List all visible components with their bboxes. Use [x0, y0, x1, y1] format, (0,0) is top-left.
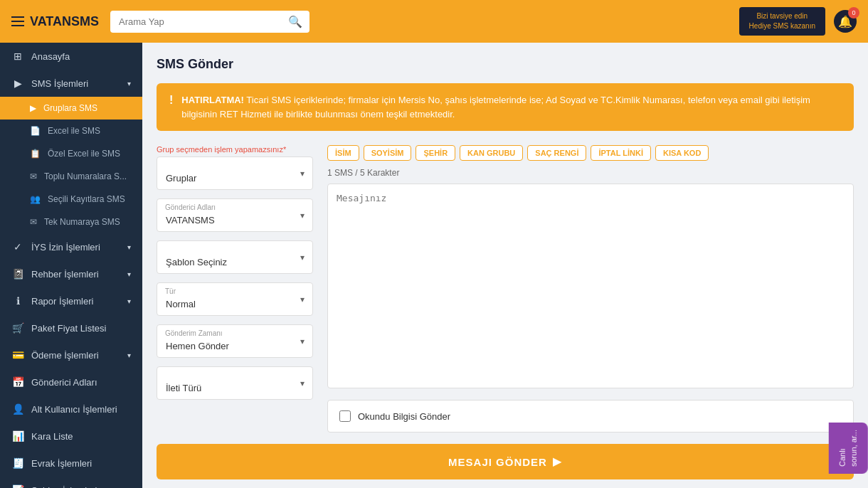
- page-title: SMS Gönder: [157, 57, 854, 72]
- sender-select[interactable]: VATANSMS: [157, 198, 313, 232]
- sidebar-item-alt-kullanici[interactable]: 👤 Alt Kullanıcı İşlemleri: [0, 396, 142, 423]
- message-type-select-group: İleti Türü ▾: [157, 366, 313, 400]
- tag-sac-rengi[interactable]: SAÇ RENGİ: [527, 145, 586, 161]
- sidebar-item-anasayfa[interactable]: ⊞ Anasayfa: [0, 43, 142, 70]
- message-type-select[interactable]: İleti Türü: [157, 366, 313, 400]
- receipt-icon: 🧾: [11, 457, 24, 469]
- sidebar-item-gruplara-sms[interactable]: ▶ Gruplara SMS: [0, 97, 142, 120]
- navbar: VATANSMS 🔍 Bizi tavsiye edin Hediye SMS …: [0, 0, 868, 43]
- tag-kan-grubu[interactable]: KAN GRUBU: [460, 145, 523, 161]
- chevron-down-icon: ▾: [127, 270, 131, 278]
- alert-body: Ticari SMS içeriklerinde; firmalar için …: [181, 95, 810, 120]
- mail-single-icon: ✉: [30, 217, 37, 227]
- chevron-down-icon: ▾: [127, 243, 131, 251]
- brand-name: VATANSMS: [30, 14, 99, 29]
- chevron-down-icon: ▾: [127, 80, 131, 87]
- notification-button[interactable]: 🔔 0: [834, 10, 857, 33]
- sidebar-item-rapor[interactable]: ℹ Rapor İşlemleri ▾: [0, 287, 142, 314]
- sidebar-label: Kara Liste: [31, 431, 73, 442]
- content-area: SMS Gönder ! HATIRLATMA! Ticari SMS içer…: [142, 43, 868, 488]
- tag-kisa-kod[interactable]: KISA KOD: [655, 145, 709, 161]
- sms-count: 1 SMS / 5 Karakter: [327, 168, 854, 178]
- send-time-select-group: Gönderim Zamanı Hemen Gönder ▾: [157, 324, 313, 358]
- form-left: Grup seçmeden işlem yapamazsınız* Grupla…: [157, 145, 313, 433]
- search-input[interactable]: [110, 11, 309, 33]
- tag-soyisim[interactable]: SOYİSİM: [364, 145, 412, 161]
- cart-icon: 🛒: [11, 322, 24, 334]
- template-select-group: Şablon Seçiniz ▾: [157, 240, 313, 274]
- sidebar-item-tek-numara[interactable]: ✉ Tek Numaraya SMS: [0, 211, 142, 233]
- send-button-label: MESAJI GÖNDER: [448, 456, 547, 468]
- tag-row: İSİM SOYİSİM ŞEHİR KAN GRUBU SAÇ RENGİ İ…: [327, 145, 854, 161]
- sender-select-group: Gönderici Adları VATANSMS ▾: [157, 198, 313, 232]
- book-icon: 📓: [11, 268, 24, 280]
- users-icon: 👥: [30, 194, 41, 204]
- chevron-down-icon: ▾: [127, 297, 131, 305]
- tag-isim[interactable]: İSİM: [327, 145, 359, 161]
- live-chat-label: Canlısorun, ar...: [838, 430, 857, 467]
- sidebar-item-toplu-numaralar[interactable]: ✉ Toplu Numaralara S...: [0, 165, 142, 188]
- okundu-label: Okundu Bilgisi Gönder: [358, 411, 450, 422]
- alert-box: ! HATIRLATMA! Ticari SMS içeriklerinde; …: [157, 83, 854, 131]
- calendar-icon: 📅: [11, 376, 24, 388]
- okundu-checkbox-row[interactable]: Okundu Bilgisi Gönder: [327, 400, 854, 433]
- sidebar-label: Şablon İşlemleri: [31, 485, 97, 489]
- main-layout: ⊞ Anasayfa ▶ SMS İşlemleri ▾ ▶ Gruplara …: [0, 43, 868, 488]
- sidebar-label: Gruplara SMS: [43, 103, 97, 113]
- group-required-label: Grup seçmeden işlem yapamazsınız*: [157, 145, 313, 154]
- sidebar-label: Seçili Kayıtlara SMS: [48, 194, 125, 204]
- sidebar-item-sablon[interactable]: 📝 Şablon İşlemleri ▾: [0, 477, 142, 488]
- recommend-button[interactable]: Bizi tavsiye edin Hediye SMS kazanın: [739, 7, 825, 36]
- arrow-icon: ▶: [11, 78, 24, 89]
- sidebar-item-excel-sms[interactable]: 📄 Excel ile SMS: [0, 120, 142, 142]
- sidebar-label: Paket Fiyat Listesi: [31, 323, 107, 334]
- form-right: İSİM SOYİSİM ŞEHİR KAN GRUBU SAÇ RENGİ İ…: [327, 145, 854, 433]
- chart-icon: 📊: [11, 430, 24, 442]
- live-chat-button[interactable]: Canlısorun, ar...: [829, 423, 868, 474]
- brand: VATANSMS: [11, 14, 99, 29]
- sidebar-item-rehber[interactable]: 📓 Rehber İşlemleri ▾: [0, 260, 142, 287]
- sidebar-item-secili-kayitlar[interactable]: 👥 Seçili Kayıtlara SMS: [0, 188, 142, 211]
- info-icon: ℹ: [11, 295, 24, 307]
- sidebar-label: Tek Numaraya SMS: [44, 217, 120, 227]
- sidebar-label: Alt Kullanıcı İşlemleri: [31, 404, 117, 415]
- sidebar-item-iys[interactable]: ✓ İYS İzin İşlemleri ▾: [0, 233, 142, 260]
- sidebar-item-gonderici-adlari[interactable]: 📅 Gönderici Adları: [0, 368, 142, 396]
- send-arrow-icon: ▶: [553, 455, 562, 468]
- sidebar-label: SMS İşlemleri: [31, 78, 88, 89]
- message-textarea[interactable]: [327, 184, 854, 388]
- sidebar-item-evrak[interactable]: 🧾 Evrak İşlemleri: [0, 450, 142, 477]
- sidebar-label: Toplu Numaralara S...: [44, 171, 127, 181]
- hamburger-icon[interactable]: [11, 16, 24, 26]
- sidebar-item-kara-liste[interactable]: 📊 Kara Liste: [0, 423, 142, 450]
- template-select[interactable]: Şablon Seçiniz: [157, 240, 313, 274]
- send-time-select[interactable]: Hemen Gönder: [157, 324, 313, 358]
- sidebar-label: Excel ile SMS: [48, 126, 100, 136]
- form-area: Grup seçmeden işlem yapamazsınız* Grupla…: [157, 145, 854, 433]
- sidebar-label: Gönderici Adları: [31, 377, 97, 388]
- grid-icon: ⊞: [11, 51, 24, 62]
- sidebar-label: Evrak İşlemleri: [31, 458, 92, 469]
- notification-badge: 0: [848, 7, 859, 18]
- groups-select[interactable]: Gruplar: [157, 157, 313, 190]
- tag-iptal-linki[interactable]: İPTAL LİNKİ: [591, 145, 651, 161]
- sidebar-label: Ödeme İşlemleri: [31, 350, 99, 361]
- person-plus-icon: 👤: [11, 403, 24, 415]
- template-icon: 📝: [11, 484, 24, 488]
- sidebar-item-paket[interactable]: 🛒 Paket Fiyat Listesi: [0, 314, 142, 341]
- card-icon: 💳: [11, 349, 24, 361]
- sidebar-item-ozel-excel[interactable]: 📋 Özel Excel ile SMS: [0, 142, 142, 165]
- sidebar-label: İYS İzin İşlemleri: [31, 242, 100, 253]
- check-icon: ✓: [11, 241, 24, 253]
- type-select[interactable]: Normal: [157, 282, 313, 316]
- send-button[interactable]: MESAJI GÖNDER ▶: [157, 444, 854, 479]
- okundu-checkbox[interactable]: [339, 410, 351, 422]
- tag-sehir[interactable]: ŞEHİR: [416, 145, 455, 161]
- search-icon[interactable]: 🔍: [288, 15, 302, 28]
- navbar-right: Bizi tavsiye edin Hediye SMS kazanın 🔔 0: [739, 7, 857, 36]
- sidebar-item-sms-islemleri[interactable]: ▶ SMS İşlemleri ▾: [0, 70, 142, 97]
- mail-bulk-icon: ✉: [30, 171, 37, 181]
- sidebar: ⊞ Anasayfa ▶ SMS İşlemleri ▾ ▶ Gruplara …: [0, 43, 142, 488]
- sidebar-item-odeme[interactable]: 💳 Ödeme İşlemleri ▾: [0, 341, 142, 368]
- groups-select-group: Gruplar ▾: [157, 157, 313, 190]
